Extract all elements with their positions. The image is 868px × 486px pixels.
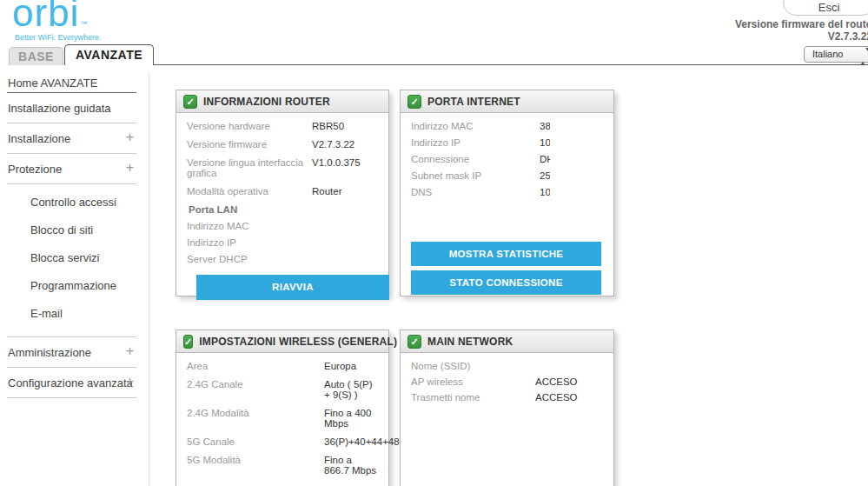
info-row: Indirizzo MAC38 xyxy=(411,121,603,131)
row-value: V1.0.0.375 xyxy=(312,157,361,168)
green-check-icon: ✓ xyxy=(183,335,193,349)
sidebar-item-blocca-servizi[interactable]: Blocca servizi xyxy=(30,243,136,271)
row-value: Europa xyxy=(324,361,378,371)
sidebar-item-protezione[interactable]: Protezione + xyxy=(7,154,136,184)
panel-wireless-settings-header: ✓ IMPOSTAZIONI WIRELESS (GENERAL) xyxy=(176,330,388,353)
tabbar-divider xyxy=(153,64,868,65)
select-stepper-icon xyxy=(860,50,866,64)
orbi-logo-text: orbi xyxy=(12,0,79,34)
row-label: Indirizzo IP xyxy=(411,137,540,148)
row-label: DNS xyxy=(411,187,540,197)
sidebar-item-installazione[interactable]: Installazione + xyxy=(7,123,136,154)
row-value: Router xyxy=(312,186,342,196)
info-row: Versione firmwareV2.7.3.22 xyxy=(187,139,378,150)
reboot-button[interactable]: RIAVVIA xyxy=(196,275,389,300)
panel-internet-port-header: ✓ PORTA INTERNET xyxy=(401,90,613,113)
green-check-icon: ✓ xyxy=(183,95,197,109)
info-row: 5G ModalitàFino a 866.7 Mbps xyxy=(187,455,378,476)
row-value-truncated: DH xyxy=(540,154,550,164)
sidebar-item-label: Configurazione avanzata xyxy=(8,376,133,389)
info-row: Trasmetti nomeACCESO xyxy=(411,392,603,403)
lan-port-subsection-title: Porta LAN xyxy=(189,204,378,215)
row-label: Connessione xyxy=(411,154,540,164)
row-value: Auto ( 5(P) + 9(S) ) xyxy=(324,379,378,400)
row-value: V2.7.3.22 xyxy=(312,139,354,150)
info-row: Versione lingua interfaccia graficaV1.0.… xyxy=(187,157,378,178)
expand-plus-icon[interactable]: + xyxy=(126,130,134,145)
expand-plus-icon[interactable]: + xyxy=(126,160,134,176)
info-row: AreaEuropa xyxy=(187,361,378,371)
trademark-symbol: ™ xyxy=(80,20,88,28)
row-value: Fino a 400 Mbps xyxy=(324,408,378,429)
row-value-truncated: 25 xyxy=(540,170,550,181)
brand-tagline: Better WiFi. Everywhere. xyxy=(15,33,102,42)
sidebar-item-email[interactable]: E-mail xyxy=(30,299,136,327)
row-label: 2.4G Modalità xyxy=(187,408,324,418)
panel-wireless-settings-body: AreaEuropa 2.4G CanaleAuto ( 5(P) + 9(S)… xyxy=(176,353,388,476)
lan-row-label: Indirizzo IP xyxy=(187,237,378,248)
panel-main-network-header: ✓ MAIN NETWORK xyxy=(401,330,613,353)
info-row: Indirizzo IP10 xyxy=(411,137,603,148)
router-admin-page: orbi™ Better WiFi. Everywhere. Esci Vers… xyxy=(0,0,868,486)
info-row: 2.4G CanaleAuto ( 5(P) + 9(S) ) xyxy=(187,379,378,400)
row-label: AP wireless xyxy=(411,376,535,387)
sidebar-submenu-protezione: Controllo accessi Blocco di siti Blocca … xyxy=(7,184,136,337)
info-row: Subnet mask IP25 xyxy=(411,170,603,181)
panel-internet-port-body: Indirizzo MAC38 Indirizzo IP10 Connessio… xyxy=(401,113,613,197)
row-value: 36(P)+40+44+48 xyxy=(324,436,392,447)
sidebar-item-label: Protezione xyxy=(8,163,62,176)
language-select[interactable]: Italiano xyxy=(804,46,868,63)
row-value-truncated: 10 xyxy=(540,187,550,197)
sidebar-item-installazione-guidata[interactable]: Installazione guidata xyxy=(7,93,136,123)
expand-plus-icon[interactable]: + xyxy=(126,343,134,359)
connection-status-button[interactable]: STATO CONNESSIONE xyxy=(411,270,601,295)
firmware-version-value: V2.7.3.22 xyxy=(828,30,868,43)
panel-title: PORTA INTERNET xyxy=(427,96,520,108)
panel-internet-port: ✓ PORTA INTERNET Indirizzo MAC38 Indiriz… xyxy=(400,90,614,296)
info-row: Nome (SSID) xyxy=(411,361,603,371)
row-label: Versione hardware xyxy=(187,121,312,131)
sidebar-nav: Home AVANZATE Installazione guidata Inst… xyxy=(0,73,149,486)
panel-wireless-settings: ✓ IMPOSTAZIONI WIRELESS (GENERAL) AreaEu… xyxy=(176,330,389,486)
row-label: Trasmetti nome xyxy=(411,392,535,403)
row-value: ACCESO xyxy=(535,376,578,387)
panel-title: INFORMAZIONI ROUTER xyxy=(203,96,330,108)
row-value: RBR50 xyxy=(312,121,344,131)
panel-main-network-body: Nome (SSID) AP wirelessACCESO Trasmetti … xyxy=(401,353,613,403)
language-selected-value: Italiano xyxy=(812,49,843,59)
row-label: 5G Canale xyxy=(187,436,324,447)
info-row: 5G Canale36(P)+40+44+48 xyxy=(187,436,378,447)
row-value: Fino a 866.7 Mbps xyxy=(324,455,378,476)
show-statistics-button[interactable]: MOSTRA STATISTICHE xyxy=(411,242,601,266)
row-label: Subnet mask IP xyxy=(411,170,540,181)
sidebar-item-blocco-di-siti[interactable]: Blocco di siti xyxy=(30,216,136,243)
sidebar-item-controllo-accessi[interactable]: Controllo accessi xyxy=(30,188,136,216)
sidebar-item-configurazione-avanzata[interactable]: Configurazione avanzata + xyxy=(7,368,136,398)
expand-plus-icon[interactable]: + xyxy=(126,374,134,389)
row-label: Indirizzo MAC xyxy=(411,121,540,131)
firmware-version-label: Versione firmware del router xyxy=(735,18,868,30)
row-value-truncated: 38 xyxy=(540,121,550,131)
row-label: Versione firmware xyxy=(187,139,312,150)
sidebar-item-amministrazione[interactable]: Amministrazione + xyxy=(7,337,136,368)
info-row: AP wirelessACCESO xyxy=(411,376,603,387)
logout-button[interactable]: Esci xyxy=(783,0,868,16)
lan-row-label: Indirizzo MAC xyxy=(187,221,378,231)
row-label: 5G Modalità xyxy=(187,455,324,465)
row-value-truncated: 10 xyxy=(540,137,550,148)
internet-port-buttons: MOSTRA STATISTICHE STATO CONNESSIONE xyxy=(411,242,601,299)
lan-row-label: Server DHCP xyxy=(187,254,378,264)
sidebar-item-programmazione[interactable]: Programmazione xyxy=(30,271,136,299)
info-row: ConnessioneDH xyxy=(411,154,603,164)
green-check-icon: ✓ xyxy=(407,95,421,109)
info-row: Modalità operativaRouter xyxy=(187,186,378,196)
green-check-icon: ✓ xyxy=(407,335,421,349)
panel-router-info-body: Versione hardwareRBR50 Versione firmware… xyxy=(176,113,388,300)
row-label: Area xyxy=(187,361,324,371)
panel-router-info-header: ✓ INFORMAZIONI ROUTER xyxy=(176,90,388,113)
tab-base[interactable]: BASE xyxy=(9,47,63,65)
row-value: ACCESO xyxy=(535,392,578,403)
sidebar-item-home-avanzate[interactable]: Home AVANZATE xyxy=(7,73,136,93)
info-row: Versione hardwareRBR50 xyxy=(187,121,378,131)
tab-avanzate[interactable]: AVANZATE xyxy=(64,44,154,65)
